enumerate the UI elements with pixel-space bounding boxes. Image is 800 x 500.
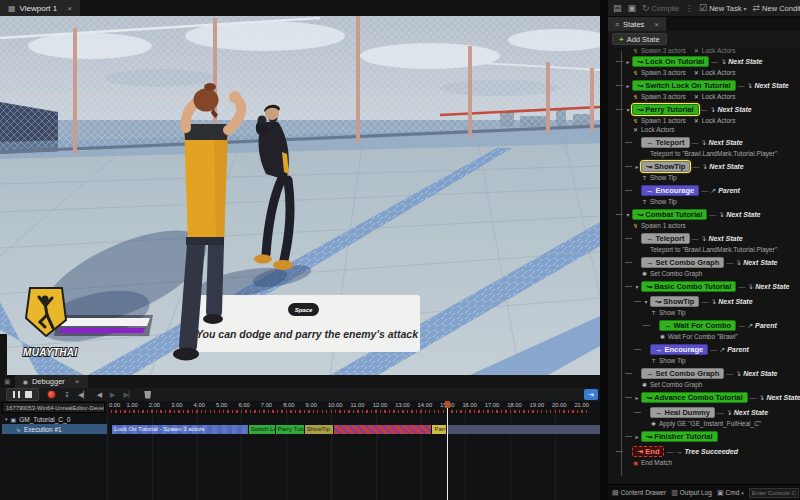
new-task-button[interactable]: ☑ New Task ▾ bbox=[699, 4, 746, 13]
state-badge[interactable]: ↝Basic Combo Tutorial bbox=[641, 281, 736, 292]
viewport-tab[interactable]: ▦ Viewport 1 × bbox=[0, 0, 80, 16]
state-row[interactable]: ▸↝Lock On Tutorial—↴Next State bbox=[608, 55, 800, 68]
state-row[interactable]: ▸↝Finisher Tutorial bbox=[608, 430, 800, 443]
state-row[interactable]: ⇥End—→Tree Succeeded bbox=[608, 445, 800, 458]
compile-button[interactable]: ↻ Compile bbox=[642, 4, 679, 13]
expander-icon[interactable]: ▸ bbox=[624, 58, 632, 65]
states-tree[interactable]: ↯Spawn 3 actors✕Lock Actors▸↝Lock On Tut… bbox=[608, 47, 800, 484]
expander-icon[interactable]: ▾ bbox=[624, 211, 632, 218]
expander-icon[interactable]: ▸ bbox=[624, 82, 632, 89]
expander-icon[interactable]: ▾ bbox=[642, 298, 650, 305]
state-row[interactable]: →Set Combo Graph—↴Next State bbox=[608, 256, 800, 269]
state-badge[interactable]: →Set Combo Graph bbox=[641, 368, 724, 379]
state-row[interactable]: →Encourage—↗Parent bbox=[608, 343, 800, 356]
console-command-input[interactable] bbox=[749, 488, 799, 498]
lock-icon: ✕ bbox=[693, 93, 700, 100]
close-icon[interactable]: × bbox=[654, 20, 659, 29]
state-badge[interactable]: ↝Combat Tutorial bbox=[632, 209, 707, 220]
state-row[interactable]: ▾↝Parry Tutorial—↴Next State bbox=[608, 103, 800, 116]
stop-button[interactable] bbox=[25, 391, 32, 398]
timeline-segment[interactable] bbox=[334, 425, 431, 434]
state-badge[interactable]: →Encourage bbox=[641, 185, 699, 196]
cmd-dropdown[interactable]: ▣ Cmd ▾ bbox=[717, 489, 744, 496]
tick-label: 10.00 bbox=[328, 402, 343, 408]
timeline-segment[interactable]: Parry bbox=[432, 425, 445, 434]
expander-icon[interactable]: ▾ bbox=[5, 416, 8, 422]
step-forward-button[interactable]: ▶ bbox=[110, 391, 115, 399]
state-badge[interactable]: ↝Advance Combo Tutorial bbox=[641, 392, 748, 403]
session-dropdown[interactable]: 167790053-Win64-UnrealEditor-Develo ▾ bbox=[2, 402, 105, 413]
state-row[interactable]: →Encourage—↗Parent bbox=[608, 184, 800, 197]
pause-button[interactable] bbox=[13, 391, 20, 398]
state-badge[interactable]: →Set Combo Graph bbox=[641, 257, 724, 268]
step-forward-end-button[interactable]: ▶▏ bbox=[123, 391, 134, 399]
drop-marker-button[interactable]: ↧ bbox=[64, 391, 70, 399]
expander-icon[interactable]: ▾ bbox=[633, 283, 641, 290]
state-badge[interactable]: →Encourage bbox=[650, 344, 708, 355]
new-condition-button[interactable]: ⇄ New Condition ▾ bbox=[753, 4, 800, 13]
kebab-menu-icon[interactable]: ⋮ bbox=[685, 4, 693, 13]
state-row[interactable]: ▾↝Basic Combo Tutorial—↴Next State bbox=[608, 280, 800, 293]
jump-to-end-button[interactable]: ⇥ bbox=[584, 389, 598, 400]
state-row[interactable]: →Teleport—↴Next State bbox=[608, 232, 800, 245]
playhead-marker[interactable] bbox=[445, 401, 450, 408]
expander-icon[interactable]: ▸ bbox=[633, 433, 641, 440]
execution-row[interactable]: ↳ Execution #1 bbox=[2, 424, 107, 434]
close-icon[interactable]: × bbox=[67, 4, 72, 13]
close-icon[interactable]: × bbox=[75, 377, 80, 386]
step-back-button[interactable]: ◀ bbox=[97, 391, 102, 399]
debug-object-row[interactable]: ▾ ▣ GM_Tutorial_C_0 bbox=[0, 414, 107, 424]
add-state-button[interactable]: + Add State bbox=[612, 33, 667, 45]
expander-icon[interactable]: ▸ bbox=[633, 163, 641, 170]
state-badge[interactable]: →Teleport bbox=[641, 233, 690, 244]
viewport-region[interactable]: ▦ Viewport 1 × bbox=[0, 0, 600, 375]
step-back-end-button[interactable]: ◀▏ bbox=[78, 391, 89, 399]
state-row[interactable]: →Wait For Combo—↗Parent bbox=[608, 319, 800, 332]
execution-track[interactable]: Lock On Tutorial - Spawn 3 actorsSwitch … bbox=[107, 425, 600, 434]
timeline-segment[interactable]: ShowTip bbox=[305, 425, 333, 434]
state-row[interactable]: →Set Combo Graph—↴Next State bbox=[608, 367, 800, 380]
record-button[interactable] bbox=[47, 390, 56, 399]
state-badge[interactable]: ⇥End bbox=[632, 446, 664, 457]
expander-icon[interactable]: ▾ bbox=[624, 106, 632, 113]
tree-connector bbox=[625, 238, 632, 239]
state-row[interactable]: ▾↝ShowTip—↴Next State bbox=[608, 295, 800, 308]
tick-label: 7.00 bbox=[261, 402, 272, 408]
debugger-toolbar: ↧ ◀▏ ◀ ▶ ▶▏ bbox=[0, 388, 600, 401]
state-badge[interactable]: ↝Switch Lock On Tutorial bbox=[632, 80, 736, 91]
state-row[interactable]: ▾↝Combat Tutorial—↴Next State bbox=[608, 208, 800, 221]
state-row[interactable]: →Teleport—↴Next State bbox=[608, 136, 800, 149]
timeline-segment[interactable]: Lock On Tutorial - Spawn 3 actors bbox=[112, 425, 248, 434]
state-badge[interactable]: ↝ShowTip bbox=[641, 161, 690, 172]
state-row[interactable]: →Heal Dummy—↴Next State bbox=[608, 406, 800, 419]
trash-icon[interactable] bbox=[144, 391, 151, 399]
timeline-segment[interactable]: Switch Lock On Tutorial bbox=[249, 425, 275, 434]
timeline-segment[interactable] bbox=[448, 425, 600, 434]
browse-icon[interactable]: ▣ bbox=[628, 4, 637, 13]
state-badge[interactable]: ↝Parry Tutorial bbox=[632, 104, 699, 115]
states-tab[interactable]: ≡ States × bbox=[608, 17, 666, 31]
state-badge[interactable]: ↝Lock On Tutorial bbox=[632, 56, 709, 67]
state-badge[interactable]: →Wait For Combo bbox=[659, 320, 736, 331]
state-detail: ↯Spawn 3 actors✕Lock Actors bbox=[608, 92, 800, 101]
timeline-ruler[interactable]: 0.001.002.003.004.005.006.007.008.009.00… bbox=[107, 401, 600, 414]
state-badge[interactable]: ↝Finisher Tutorial bbox=[641, 431, 718, 442]
debugger-tab[interactable]: ◉ Debugger × bbox=[15, 375, 88, 388]
link-label: Tree Succeeded bbox=[684, 448, 738, 455]
tree-connector bbox=[634, 301, 641, 302]
state-detail: ✚Apply GE "GE_Instant_FullHeal_C" bbox=[608, 419, 800, 428]
save-icon[interactable]: ▤ bbox=[613, 4, 622, 13]
state-row[interactable]: ▸↝Switch Lock On Tutorial—↴Next State bbox=[608, 79, 800, 92]
state-badge[interactable]: →Heal Dummy bbox=[650, 407, 715, 418]
output-log-button[interactable]: ▥ Output Log bbox=[671, 489, 712, 496]
state-row[interactable]: ▸↝ShowTip—↴Next State bbox=[608, 160, 800, 173]
state-row[interactable]: ▸↝Advance Combo Tutorial—↴Next State bbox=[608, 391, 800, 404]
state-badge[interactable]: →Teleport bbox=[641, 137, 690, 148]
expander-icon[interactable]: ▸ bbox=[633, 394, 641, 401]
playhead-line[interactable] bbox=[447, 401, 448, 500]
state-badge[interactable]: ↝ShowTip bbox=[650, 296, 699, 307]
content-drawer-button[interactable]: ▤ Content Drawer bbox=[612, 489, 666, 496]
state-arrow-icon: → bbox=[646, 368, 654, 379]
timeline-segment[interactable]: Parry Tutorial bbox=[276, 425, 304, 434]
game-scene[interactable]: Space You can dodge and parry the enemy'… bbox=[0, 16, 600, 375]
